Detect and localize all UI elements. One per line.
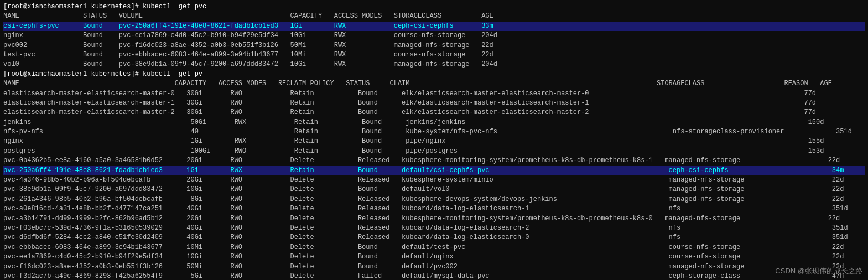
line-7: [root@xianchaomaster1 kubernetes]# kubec… <box>3 70 865 79</box>
line-26: pvc-ee1a7869-c4d0-45c2-b910-b94f29e5df34… <box>3 252 865 262</box>
line-16: pvc-0b4362b5-ee8a-4160-a5a0-3a46581b0d52… <box>3 156 865 165</box>
line-23: pvc-f03ebc7c-539d-4736-9f1a-531650539029… <box>3 224 865 233</box>
line-10: elasticsearch-master-elasticsearch-maste… <box>3 98 865 108</box>
line-11: elasticsearch-master-elasticsearch-maste… <box>3 108 865 117</box>
line-1: NAME STATUS VOLUME CAPACITY ACCESS MODES… <box>3 12 865 21</box>
line-0: [root@xianchaomaster1 kubernetes]# kubec… <box>3 2 865 12</box>
line-22: pvc-a3b14791-dd99-4999-b2fc-862b96ad5b12… <box>3 214 865 224</box>
watermark: CSDN @张现伟的成长之路 <box>775 266 862 277</box>
line-27: pvc-f16dc023-a8ae-4352-a0b3-0eb551f3b126… <box>3 262 865 272</box>
line-12: jenkins 50Gi RWX Retain Bound jenkins/je… <box>3 118 865 127</box>
line-14: nginx 1Gi RWX Retain Bound pipe/nginx <box>3 137 865 146</box>
line-28: pvc-f3d2ac7b-a49c-4869-8298-f425a62554f9… <box>3 272 865 280</box>
line-25: pvc-ebbbacec-6083-464e-a899-3e94b1b43677… <box>3 243 865 252</box>
line-19: pvc-38e9db1a-09f9-45c7-9200-a697ddd83472… <box>3 185 865 194</box>
line-6: vol0 Bound pvc-38e9db1a-09f9-45c7-9200-a… <box>3 60 865 69</box>
line-17-highlight: pvc-250a6ff4-191e-48e8-8621-fdadb1cb1ed3… <box>3 166 865 175</box>
line-21: pvc-a0e816cd-4a31-4e8b-bb2f-d477147ca251… <box>3 204 865 214</box>
terminal: [root@xianchaomaster1 kubernetes]# kubec… <box>0 0 868 280</box>
line-5: test-pvc Bound pvc-ebbbacec-6083-464e-a8… <box>3 50 865 60</box>
line-3: nginx Bound pvc-ee1a7869-c4d0-45c2-b910-… <box>3 31 865 40</box>
line-15: postgres 100Gi RWO Retain Bound pipe/pos… <box>3 147 865 156</box>
line-8: NAME CAPACITY ACCESS MODES RECLAIM POLIC… <box>3 79 865 89</box>
line-4: pvc002 Bound pvc-f16dc023-a8ae-4352-a0b3… <box>3 41 865 50</box>
line-13: nfs-pv-nfs 40 Retain Bound kube-system/n… <box>3 127 865 137</box>
line-20: pvc-261a4346-98b5-40b2-b96a-bf504debcafb… <box>3 195 865 204</box>
line-18: pvc-4a346-98b5-40b2-b96a-bf504debcafb 20… <box>3 175 865 185</box>
line-9: elasticsearch-master-elasticsearch-maste… <box>3 89 865 98</box>
line-2-highlight: csi-cephfs-pvc Bound pvc-250a6ff4-191e-4… <box>3 22 865 31</box>
line-24: pvc-d6dfbd6f-5284-4cc2-a840-e51fe30d2409… <box>3 233 865 242</box>
